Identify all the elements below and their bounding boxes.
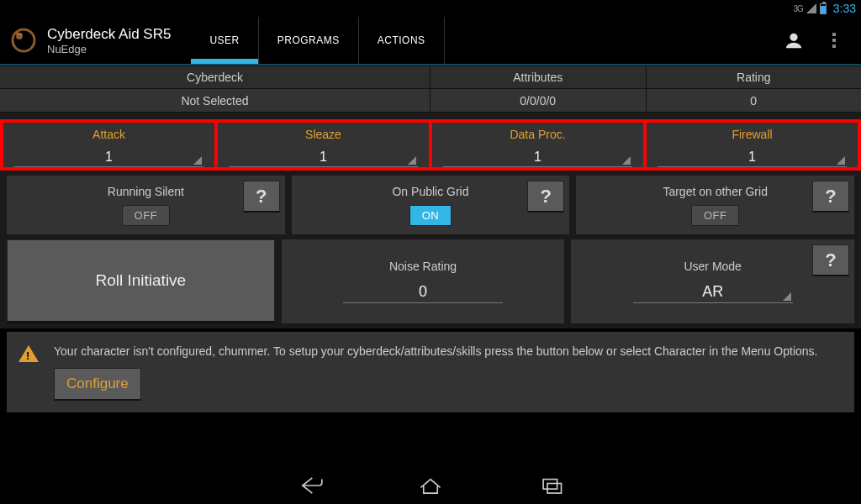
svg-rect-5 — [543, 480, 557, 490]
action-bar: Cyberdeck Aid SR5 NuEdge USER PROGRAMS A… — [0, 17, 861, 64]
label-attributes: Attributes — [430, 66, 647, 88]
noise-rating-label: Noise Rating — [389, 260, 457, 273]
warning-text: Your character isn't configured, chummer… — [54, 344, 843, 360]
spinner-handle-icon — [783, 292, 791, 301]
user-mode-value: AR — [702, 283, 723, 300]
target-other-grid-toggle[interactable]: OFF — [691, 205, 740, 226]
help-button[interactable]: ? — [527, 181, 564, 213]
spinner-handle-icon — [622, 156, 631, 165]
svg-point-2 — [17, 33, 18, 34]
battery-icon — [820, 3, 827, 14]
nav-recents-button[interactable] — [533, 471, 570, 500]
deck-info-values: Not Selected 0/0/0/0 0 — [0, 89, 861, 113]
svg-point-4 — [790, 34, 797, 41]
attr-dataproc-value: 1 — [534, 150, 541, 164]
label-rating: Rating — [647, 66, 862, 88]
running-silent-toggle[interactable]: OFF — [122, 205, 171, 226]
user-profile-button[interactable] — [774, 20, 814, 60]
roll-initiative-button[interactable]: Roll Initiative — [7, 239, 275, 323]
configure-button[interactable]: Configure — [54, 368, 141, 401]
card-target-other-grid: ? Target on other Grid OFF — [576, 176, 854, 234]
attr-dataproc-label: Data Proc. — [510, 128, 565, 141]
warning-icon — [18, 345, 39, 362]
card-user-mode: ? User Mode AR — [571, 239, 854, 323]
attr-sleaze[interactable]: Sleaze 1 — [218, 123, 429, 167]
public-grid-label: On Public Grid — [392, 185, 468, 198]
card-public-grid: ? On Public Grid ON — [292, 176, 570, 234]
spinner-handle-icon — [193, 156, 202, 165]
main-tabs: USER PROGRAMS ACTIONS — [191, 17, 444, 64]
signal-icon — [806, 3, 816, 13]
deck-info-header: Cyberdeck Attributes Rating — [0, 66, 861, 89]
running-silent-label: Running Silent — [108, 185, 184, 198]
label-cyberdeck: Cyberdeck — [0, 66, 430, 88]
value-rating: 0 — [647, 89, 862, 112]
noise-rating-spinner[interactable]: 0 — [343, 280, 503, 303]
app-subtitle: NuEdge — [47, 43, 171, 55]
toggle-row: ? Running Silent OFF ? On Public Grid ON… — [0, 171, 861, 239]
action-row: Roll Initiative Noise Rating 0 ? User Mo… — [0, 239, 861, 328]
svg-point-0 — [13, 29, 34, 51]
help-button[interactable]: ? — [243, 181, 280, 213]
spinner-handle-icon — [837, 156, 845, 165]
tab-user[interactable]: USER — [191, 17, 257, 64]
attr-sleaze-value: 1 — [320, 150, 327, 164]
attr-attack-label: Attack — [92, 128, 125, 141]
attr-firewall-label: Firewall — [732, 128, 772, 141]
help-button[interactable]: ? — [812, 181, 849, 213]
card-running-silent: ? Running Silent OFF — [7, 176, 285, 234]
app-icon[interactable] — [7, 24, 40, 57]
app-title: Cyberdeck Aid SR5 — [47, 26, 171, 43]
attr-sleaze-label: Sleaze — [305, 128, 341, 141]
card-noise-rating: Noise Rating 0 — [282, 239, 565, 323]
spinner-handle-icon — [408, 156, 416, 165]
attr-attack-value: 1 — [105, 150, 113, 164]
target-other-grid-label: Target on other Grid — [663, 185, 768, 198]
public-grid-toggle[interactable]: ON — [409, 205, 452, 226]
app-title-block: Cyberdeck Aid SR5 NuEdge — [47, 26, 171, 55]
asdf-attribute-row: Attack 1 Sleaze 1 Data Proc. 1 Firewall … — [0, 119, 861, 171]
network-indicator: 3G — [793, 4, 802, 13]
warning-panel: Your character isn't configured, chummer… — [7, 332, 854, 412]
value-cyberdeck[interactable]: Not Selected — [0, 89, 430, 112]
svg-point-3 — [20, 34, 22, 35]
value-attributes: 0/0/0/0 — [430, 89, 647, 112]
noise-rating-value: 0 — [419, 283, 427, 300]
status-clock: 3:33 — [833, 2, 856, 15]
attr-firewall-value: 1 — [748, 150, 756, 164]
tab-programs[interactable]: PROGRAMS — [258, 17, 358, 64]
tab-actions[interactable]: ACTIONS — [358, 17, 445, 64]
android-nav-bar — [0, 467, 861, 504]
nav-back-button[interactable] — [291, 471, 328, 500]
user-mode-spinner[interactable]: AR — [633, 280, 793, 303]
user-mode-label: User Mode — [684, 260, 741, 273]
attr-dataproc[interactable]: Data Proc. 1 — [432, 123, 643, 167]
attr-attack[interactable]: Attack 1 — [3, 123, 214, 167]
overflow-menu-button[interactable] — [814, 20, 854, 60]
attr-firewall[interactable]: Firewall 1 — [647, 123, 858, 167]
nav-home-button[interactable] — [412, 471, 449, 500]
android-status-bar: 3G 3:33 — [0, 0, 861, 17]
help-button[interactable]: ? — [812, 244, 849, 276]
